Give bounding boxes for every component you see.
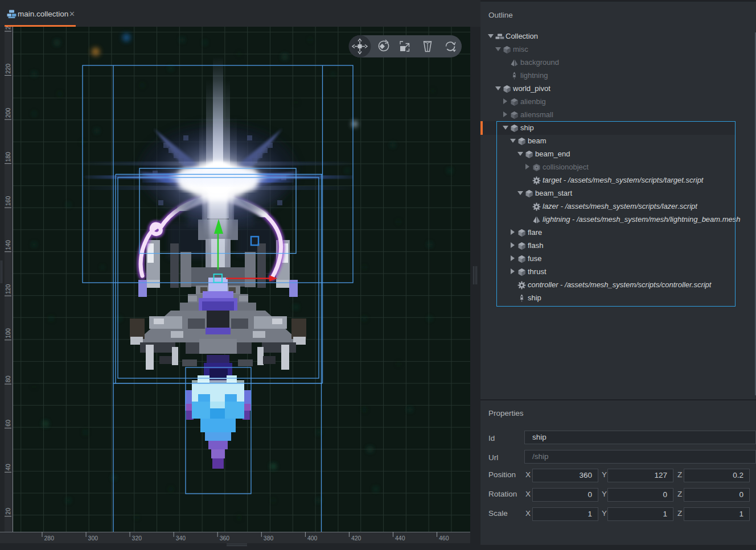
svg-text:120: 120 <box>5 284 11 294</box>
svg-text:220: 220 <box>5 64 11 74</box>
svg-text:20: 20 <box>5 508 11 515</box>
svg-text:80: 80 <box>5 375 11 382</box>
svg-text:140: 140 <box>5 240 11 250</box>
svg-text:280: 280 <box>44 535 55 541</box>
svg-text:180: 180 <box>5 152 11 162</box>
svg-text:440: 440 <box>395 535 405 541</box>
svg-text:60: 60 <box>5 420 11 427</box>
svg-text:40: 40 <box>5 464 11 470</box>
svg-text:100: 100 <box>5 328 11 338</box>
svg-text:460: 460 <box>439 535 449 541</box>
svg-text:300: 300 <box>88 535 98 541</box>
svg-text:240: 240 <box>5 27 11 30</box>
svg-text:340: 340 <box>176 535 186 541</box>
svg-text:200: 200 <box>5 107 11 118</box>
svg-text:360: 360 <box>220 535 230 541</box>
svg-text:380: 380 <box>264 535 274 541</box>
svg-text:420: 420 <box>351 535 361 541</box>
svg-text:400: 400 <box>307 535 318 541</box>
svg-text:160: 160 <box>5 196 11 206</box>
svg-text:320: 320 <box>132 535 142 541</box>
